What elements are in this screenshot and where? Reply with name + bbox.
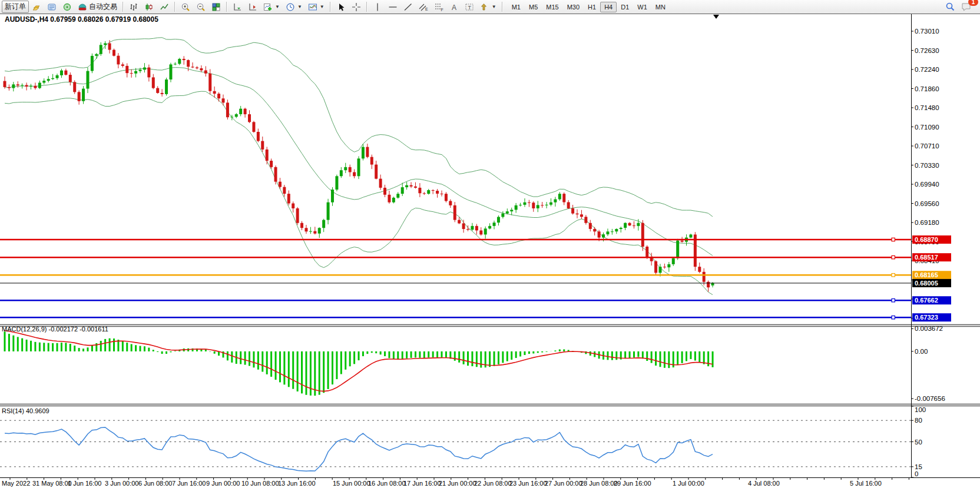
text-icon: A: [449, 2, 459, 12]
search-button[interactable]: [942, 1, 958, 13]
zoom-out-button[interactable]: [193, 1, 208, 13]
time-axis: May 202231 May 08:001 Jun 16:003 Jun 00:…: [2, 477, 909, 487]
line-chart-button[interactable]: [157, 1, 172, 13]
svg-text:0.68870: 0.68870: [915, 236, 938, 243]
svg-text:9 Jun 00:00: 9 Jun 00:00: [206, 480, 240, 487]
new-order-button[interactable]: 新订单: [2, 1, 29, 13]
svg-text:27 Jun 00:00: 27 Jun 00:00: [545, 480, 582, 487]
template-button[interactable]: ▼: [305, 1, 327, 13]
svg-text:100: 100: [915, 406, 926, 413]
timeframe-M1-button[interactable]: M1: [508, 2, 525, 12]
vertical-line-icon: [373, 2, 382, 12]
auto-scroll-button[interactable]: [230, 1, 245, 13]
fibonacci-icon: F: [434, 2, 443, 12]
svg-text:13 Jun 16:00: 13 Jun 16:00: [278, 480, 316, 487]
periods-button[interactable]: ▼: [283, 1, 305, 13]
chevron-down-icon: ▼: [320, 4, 325, 9]
chart-shift-button[interactable]: [245, 1, 260, 13]
gold-bars-icon: [32, 2, 41, 12]
svg-text:A: A: [452, 3, 456, 11]
chart-canvas[interactable]: 0.730100.726300.722400.718600.714800.710…: [0, 0, 980, 488]
svg-text:0.00: 0.00: [915, 348, 928, 355]
horizontal-line-button[interactable]: [385, 1, 400, 13]
chart-shift-marker[interactable]: [713, 15, 719, 19]
svg-text:21 Jun 00:00: 21 Jun 00:00: [439, 480, 476, 487]
toolbar-separator: [502, 2, 503, 12]
chevron-down-icon: ▼: [275, 4, 280, 9]
crosshair-button[interactable]: [349, 1, 364, 13]
timeframe-MN-button[interactable]: MN: [651, 2, 670, 12]
svg-text:50: 50: [915, 439, 922, 446]
svg-text:May 2022: May 2022: [2, 480, 30, 487]
line-chart-icon: [160, 2, 169, 12]
svg-text:0.69940: 0.69940: [915, 181, 939, 188]
cursor-icon: [336, 2, 346, 12]
trendline-icon: [403, 2, 413, 12]
svg-text:7 Jun 16:00: 7 Jun 16:00: [172, 480, 206, 487]
candles: [4, 40, 714, 292]
line-handle[interactable]: [892, 316, 895, 319]
svg-text:0.70330: 0.70330: [915, 162, 939, 169]
horizontal-line-icon: [388, 2, 398, 12]
market-watch-button[interactable]: [29, 1, 44, 13]
cursor-button[interactable]: [333, 1, 349, 13]
tile-windows-icon: [211, 2, 221, 12]
add-indicator-button[interactable]: ▼: [260, 1, 283, 13]
rsi-pane: 1008050150: [0, 406, 926, 477]
timeframe-toolbar: M1M5M15M30H1H4D1W1MN: [508, 2, 670, 12]
add-indicator-icon: [263, 2, 273, 12]
fibonacci-button[interactable]: F: [431, 1, 446, 13]
svg-text:15 Jun 00:00: 15 Jun 00:00: [333, 480, 370, 487]
chart-shift-icon: [248, 2, 257, 12]
vertical-line-button[interactable]: [370, 1, 385, 13]
timeframe-H4-button[interactable]: H4: [600, 2, 617, 12]
toolbar-separator: [366, 2, 368, 12]
svg-text:0.67323: 0.67323: [915, 314, 938, 321]
timeframe-D1-button[interactable]: D1: [617, 2, 633, 12]
toolbar-separator: [122, 2, 124, 12]
data-window-button[interactable]: [44, 1, 59, 13]
trendline-button[interactable]: [400, 1, 416, 13]
line-handle[interactable]: [892, 238, 895, 241]
svg-text:17 Jun 16:00: 17 Jun 16:00: [403, 480, 441, 487]
svg-text:0.70710: 0.70710: [915, 142, 939, 150]
timeframe-W1-button[interactable]: W1: [633, 2, 651, 12]
zoom-in-button[interactable]: [178, 1, 193, 13]
svg-text:15: 15: [915, 463, 922, 470]
signal-button[interactable]: [59, 1, 75, 13]
macd-pane: 0.0036720.00-0.007656: [5, 325, 945, 402]
notifications-button[interactable]: 1: [958, 1, 975, 13]
timeframe-M30-button[interactable]: M30: [563, 2, 584, 12]
chevron-down-icon: ▼: [492, 4, 496, 9]
svg-text:T: T: [468, 4, 471, 10]
equidistant-channel-icon: E: [419, 2, 428, 12]
svg-text:28 Jun 08:00: 28 Jun 08:00: [580, 480, 618, 487]
timeframe-H1-button[interactable]: H1: [584, 2, 600, 12]
chevron-down-icon: ▼: [297, 4, 302, 9]
tile-windows-button[interactable]: [208, 1, 224, 13]
timeframe-M5-button[interactable]: M5: [525, 2, 542, 12]
line-handle[interactable]: [892, 274, 895, 277]
svg-text:0.68005: 0.68005: [915, 280, 938, 287]
rsi-indicator-label: RSI(14) 40.9609: [2, 407, 49, 414]
bar-chart-button[interactable]: [126, 1, 141, 13]
data-window-icon: [47, 2, 57, 12]
svg-text:0.73010: 0.73010: [915, 28, 939, 35]
line-handle[interactable]: [892, 299, 895, 302]
template-chart-icon: [308, 2, 317, 12]
candlestick-chart-icon: [144, 2, 154, 12]
autotrade-button[interactable]: 自动交易: [75, 1, 120, 13]
equidistant-channel-button[interactable]: E: [416, 1, 431, 13]
text-button[interactable]: A: [446, 1, 462, 13]
svg-text:0.68517: 0.68517: [915, 254, 938, 261]
chart-title: AUDUSD-,H4 0.67959 0.68026 0.67919 0.680…: [5, 15, 158, 24]
text-label-icon: T: [465, 2, 474, 12]
svg-text:4 Jul 08:00: 4 Jul 08:00: [748, 480, 780, 487]
line-handle[interactable]: [892, 255, 895, 258]
toolbar-separator: [174, 2, 176, 12]
text-label-button[interactable]: T: [462, 1, 477, 13]
notification-badge: 1: [968, 0, 978, 6]
candlestick-chart-button[interactable]: [141, 1, 157, 13]
arrows-button[interactable]: ▼: [477, 1, 499, 13]
timeframe-M15-button[interactable]: M15: [542, 2, 562, 12]
